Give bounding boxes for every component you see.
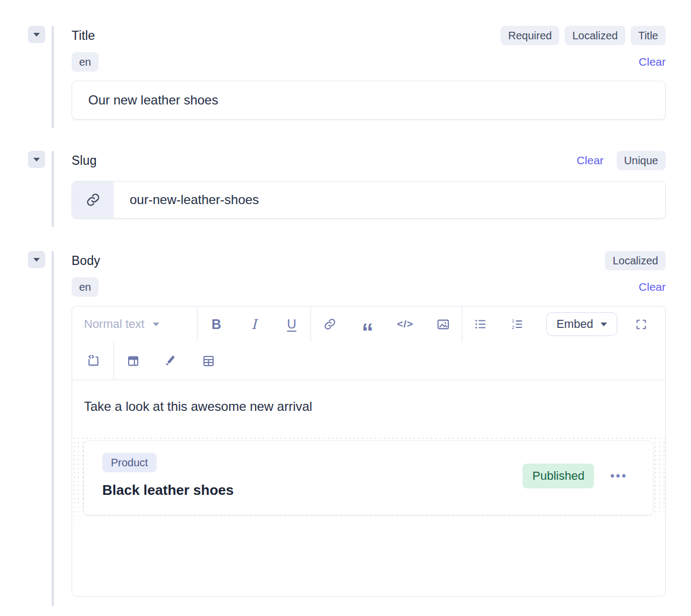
- embed-button-label: Embed: [556, 318, 593, 331]
- code-embed-block-icon: [86, 353, 101, 368]
- content-form: Title Required Localized Title en Clear: [0, 0, 691, 597]
- section-rule: [52, 251, 54, 606]
- collapse-slug-button[interactable]: [28, 151, 45, 168]
- brush-icon: [164, 354, 178, 368]
- ellipsis-menu-button[interactable]: •••: [608, 467, 630, 485]
- clear-slug-link[interactable]: Clear: [576, 154, 603, 167]
- required-badge: Required: [500, 26, 559, 45]
- table-icon: [201, 354, 216, 368]
- title-type-badge: Title: [631, 26, 666, 45]
- italic-icon: I: [251, 317, 257, 332]
- blockquote-button[interactable]: “: [349, 306, 386, 342]
- slug-field-section: Slug Clear Unique: [0, 151, 691, 219]
- clear-body-link[interactable]: Clear: [639, 281, 666, 293]
- brush-button[interactable]: [152, 342, 189, 380]
- slug-input-group: [72, 181, 666, 219]
- triangle-down-icon: [33, 158, 40, 162]
- svg-text:1: 1: [512, 318, 514, 324]
- embed-block: Product Black leather shoes Published ••…: [72, 436, 665, 528]
- fullscreen-icon: [634, 318, 648, 331]
- localized-badge: Localized: [565, 26, 625, 45]
- body-field-section: Body Localized en Clear Normal text: [0, 251, 691, 597]
- body-field-gutter: [0, 251, 72, 597]
- triangle-down-icon: [33, 33, 40, 37]
- embed-dropdown-button[interactable]: Embed: [546, 312, 617, 336]
- embedded-entry-card[interactable]: Product Black leather shoes Published ••…: [83, 440, 654, 515]
- panel-layout-icon: [126, 354, 140, 368]
- link-button[interactable]: [311, 306, 349, 342]
- embed-entry-title: Black leather shoes: [102, 482, 234, 499]
- underline-button[interactable]: U: [273, 306, 311, 342]
- clear-title-link[interactable]: Clear: [639, 55, 666, 68]
- body-paragraph[interactable]: Take a look at this awesome new arrival: [84, 398, 653, 415]
- published-status-badge: Published: [523, 464, 594, 488]
- editor-toolbar-row-1: Normal text B I U: [72, 306, 665, 342]
- panel-layout-button[interactable]: [114, 342, 152, 380]
- paragraph-style-dropdown[interactable]: Normal text: [72, 306, 197, 342]
- fullscreen-button[interactable]: [625, 306, 657, 342]
- title-field-gutter: [0, 26, 72, 120]
- chevron-down-icon: [153, 323, 159, 326]
- chevron-down-icon: [601, 323, 607, 326]
- collapse-body-button[interactable]: [28, 251, 45, 268]
- bold-button[interactable]: B: [198, 306, 235, 342]
- bullet-list-button[interactable]: [462, 306, 499, 342]
- section-rule: [52, 26, 54, 128]
- model-type-badge: Product: [102, 453, 157, 472]
- slug-input[interactable]: [114, 181, 665, 218]
- title-field-label: Title: [72, 29, 95, 43]
- paragraph-style-label: Normal text: [84, 317, 144, 331]
- collapse-title-button[interactable]: [28, 26, 45, 43]
- underline-icon: U: [287, 317, 296, 332]
- link-icon: [323, 317, 337, 331]
- body-field-label: Body: [72, 254, 100, 268]
- table-button[interactable]: [189, 342, 227, 380]
- section-rule: [52, 151, 54, 227]
- editor-toolbar-row-2: [72, 342, 665, 380]
- code-button[interactable]: </>: [386, 306, 424, 342]
- numbered-list-button[interactable]: 1 2: [499, 306, 535, 342]
- unique-badge: Unique: [617, 151, 666, 170]
- rich-text-editor: Normal text B I U: [72, 306, 666, 597]
- editor-content-area[interactable]: Take a look at this awesome new arrival …: [72, 380, 665, 528]
- italic-button[interactable]: I: [235, 306, 273, 342]
- title-field-section: Title Required Localized Title en Clear: [0, 26, 691, 120]
- code-embed-block-button[interactable]: [72, 342, 114, 380]
- ellipsis-icon: •••: [610, 469, 627, 482]
- slug-addon: [72, 181, 114, 218]
- image-icon: [436, 317, 450, 332]
- triangle-down-icon: [33, 258, 40, 262]
- blockquote-icon: “: [362, 320, 373, 337]
- localized-badge: Localized: [605, 251, 666, 270]
- locale-badge-en: en: [72, 52, 98, 72]
- image-button[interactable]: [424, 306, 462, 342]
- bullet-list-icon: [474, 317, 488, 331]
- chain-link-icon: [85, 192, 101, 208]
- svg-text:2: 2: [512, 325, 514, 330]
- numbered-list-icon: 1 2: [510, 317, 524, 331]
- code-icon: </>: [397, 318, 413, 330]
- slug-field-label: Slug: [72, 153, 97, 168]
- embed-card-info: Product Black leather shoes: [102, 453, 234, 499]
- title-input[interactable]: [72, 81, 666, 120]
- locale-badge-en: en: [72, 277, 98, 297]
- slug-field-gutter: [0, 151, 72, 219]
- bold-icon: B: [211, 317, 221, 332]
